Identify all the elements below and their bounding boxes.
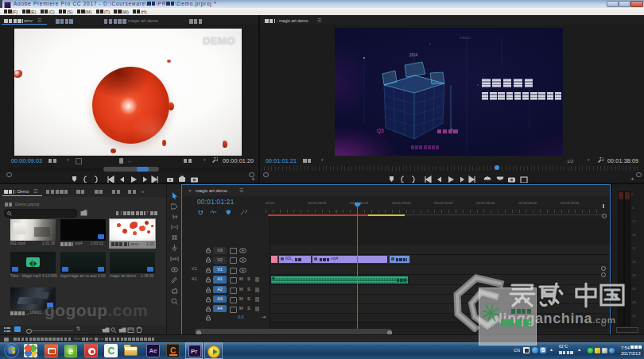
svg-text:1 34.0.21: 1 34.0.21 (460, 37, 471, 40)
svg-text:2014: 2014 (409, 53, 418, 57)
